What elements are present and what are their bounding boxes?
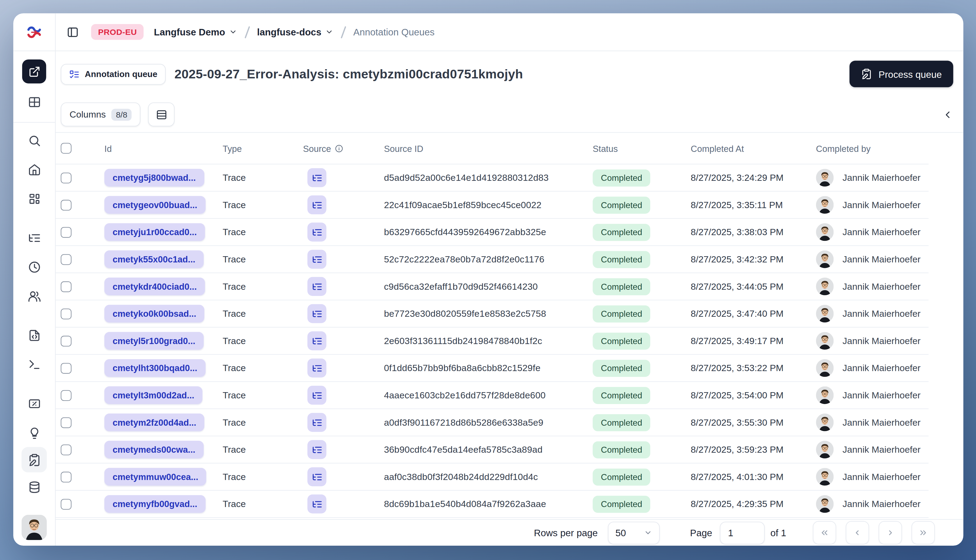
sidebar-item-dashboards[interactable]	[20, 184, 49, 213]
row-checkbox[interactable]	[61, 335, 72, 346]
sidebar-item-annotation-queues[interactable]	[22, 447, 47, 472]
row-source-link[interactable]	[307, 277, 326, 296]
process-queue-button[interactable]: Process queue	[849, 61, 953, 87]
table-row[interactable]: cmetymeds00cwa... Trace 36b90cdfc47e5da1…	[56, 436, 929, 463]
row-checkbox[interactable]	[61, 281, 72, 292]
row-checkbox[interactable]	[61, 308, 72, 319]
column-header-source[interactable]: Source	[303, 143, 344, 153]
column-header-completed-at[interactable]: Completed At	[691, 143, 744, 153]
table-row[interactable]: cmetym2fz00d4ad... Trace a0df3f901167218…	[56, 409, 929, 437]
row-height-button[interactable]	[148, 102, 175, 127]
user-avatar[interactable]	[22, 515, 47, 540]
next-page-button[interactable]	[879, 521, 902, 545]
screen: PROD-EU Langfuse Demo langfuse-docs Anno…	[0, 0, 976, 560]
row-source-link[interactable]	[307, 332, 326, 350]
column-header-type[interactable]: Type	[223, 143, 242, 153]
avatar-photo	[816, 196, 834, 214]
row-source-id: b63297665cfd4439592649672abb325e	[384, 227, 546, 237]
collapse-panel-button[interactable]	[938, 105, 957, 124]
completed-by-avatar	[816, 386, 834, 404]
sidebar-item-sessions[interactable]	[20, 252, 49, 282]
row-id-pill[interactable]: cmetymyfb00gvad...	[104, 495, 205, 513]
table-row[interactable]: cmetyko0k00bsad... Trace be7723e30d80205…	[56, 300, 929, 328]
row-id-pill[interactable]: cmetyju1r00ccad0...	[104, 223, 205, 241]
row-checkbox[interactable]	[61, 363, 72, 373]
row-source-link[interactable]	[307, 250, 326, 268]
row-id-pill[interactable]: cmetymeds00cwa...	[104, 441, 204, 458]
row-id-pill[interactable]: cmetymmuw00cea...	[104, 468, 207, 486]
open-external-button[interactable]	[22, 60, 46, 83]
row-source-link[interactable]	[307, 440, 326, 459]
row-source-link[interactable]	[307, 386, 326, 405]
sidebar-item-playground[interactable]	[20, 350, 49, 379]
completed-by-avatar	[816, 196, 834, 214]
avatar-photo	[816, 305, 834, 323]
table-row[interactable]: cmetyju1r00ccad0... Trace b63297665cfd44…	[56, 219, 929, 246]
row-id-pill[interactable]: cmetyk55x00c1ad...	[104, 250, 204, 268]
page-number-input[interactable]	[720, 522, 764, 544]
row-source-link[interactable]	[307, 495, 326, 513]
columns-button[interactable]: Columns 8/8	[61, 102, 140, 127]
row-id-pill[interactable]: cmetyl5r100grad0...	[104, 332, 204, 350]
row-source-link[interactable]	[307, 304, 326, 323]
sidebar-item-datasets[interactable]	[20, 472, 49, 502]
table-row[interactable]: cmetyg5j800bwad... Trace d5ad9d52a00c6e1…	[56, 164, 929, 192]
breadcrumb-org[interactable]: Langfuse Demo	[154, 27, 237, 37]
row-checkbox[interactable]	[61, 472, 72, 482]
row-id-pill[interactable]: cmetyg5j800bwad...	[104, 169, 204, 187]
row-completed-at: 8/27/2025, 3:38:03 PM	[691, 227, 784, 237]
row-checkbox[interactable]	[61, 172, 72, 183]
row-id-pill[interactable]: cmetylt3m00d2ad...	[104, 386, 202, 404]
row-id-pill[interactable]: cmetym2fz00d4ad...	[104, 413, 204, 432]
row-source-link[interactable]	[307, 195, 326, 214]
row-checkbox[interactable]	[61, 200, 72, 210]
row-source-link[interactable]	[307, 413, 326, 432]
table-row[interactable]: cmetyk55x00c1ad... Trace 52c72c2222ea78e…	[56, 246, 929, 273]
select-all-checkbox[interactable]	[61, 143, 72, 154]
sidebar-item-users[interactable]	[20, 282, 49, 310]
previous-page-button[interactable]	[846, 521, 869, 545]
row-checkbox[interactable]	[61, 254, 72, 265]
row-source-link[interactable]	[307, 467, 326, 486]
table-row[interactable]: cmetylht300bqad0... Trace 0f1dd65b7bb9bf…	[56, 355, 929, 382]
sidebar-item-search[interactable]	[20, 126, 49, 155]
breadcrumb-project[interactable]: langfuse-docs	[257, 27, 334, 37]
table-row[interactable]: cmetymmuw00cea... Trace aaf0c38db0f3f204…	[56, 463, 929, 491]
row-checkbox[interactable]	[61, 227, 72, 238]
row-id-pill[interactable]: cmetylht300bqad0...	[104, 359, 205, 377]
table-row[interactable]: cmetyl5r100grad0... Trace 2e603f31361115…	[56, 328, 929, 355]
row-checkbox[interactable]	[61, 498, 72, 510]
row-id-pill[interactable]: cmetygeov00buad...	[104, 196, 205, 214]
last-page-button[interactable]	[911, 521, 935, 545]
row-source-link[interactable]	[307, 168, 326, 187]
row-id-pill[interactable]: cmetyko0k00bsad...	[104, 305, 204, 323]
table-row[interactable]: cmetykdr400ciad0... Trace c9d56ca32efaff…	[56, 273, 929, 300]
rows-per-page-select[interactable]: 50	[608, 522, 660, 544]
row-completed-by: Jannik Maierhoefer	[843, 282, 921, 292]
column-header-id[interactable]: Id	[104, 143, 112, 153]
row-checkbox[interactable]	[61, 417, 72, 428]
row-source-link[interactable]	[307, 358, 326, 378]
row-checkbox[interactable]	[61, 390, 72, 400]
sidebar-item-evaluation[interactable]	[20, 389, 49, 418]
row-completed-at: 8/27/2025, 3:44:05 PM	[691, 282, 784, 292]
table-row[interactable]: cmetylt3m00d2ad... Trace 4aaece1603cb2e1…	[56, 382, 929, 409]
sidebar-item-traces[interactable]	[20, 223, 49, 252]
langfuse-logo[interactable]	[13, 13, 55, 51]
row-id-pill[interactable]: cmetykdr400ciad0...	[104, 278, 205, 295]
table-row[interactable]: cmetymyfb00gvad... Trace 8dc69b1ba1e540b…	[56, 491, 929, 518]
row-source-link[interactable]	[307, 223, 326, 242]
table-view-button[interactable]	[22, 90, 46, 114]
sidebar-item-home[interactable]	[20, 155, 49, 184]
sidebar-toggle-button[interactable]	[63, 22, 82, 42]
row-source-id: 0f1dd65b7bb9bf6ba8a6cbb82c1529fe	[384, 363, 541, 373]
column-header-completed-by[interactable]: Completed by	[816, 143, 871, 153]
column-header-status[interactable]: Status	[592, 143, 618, 153]
table-row[interactable]: cmetygeov00buad... Trace 22c41f09acae5b1…	[56, 192, 929, 219]
sidebar-item-insights[interactable]	[20, 418, 49, 447]
table-icon	[28, 95, 41, 108]
first-page-button[interactable]	[813, 521, 836, 545]
row-checkbox[interactable]	[61, 444, 72, 455]
sidebar-item-prompts[interactable]	[20, 320, 49, 350]
column-header-source-id[interactable]: Source ID	[384, 143, 424, 153]
